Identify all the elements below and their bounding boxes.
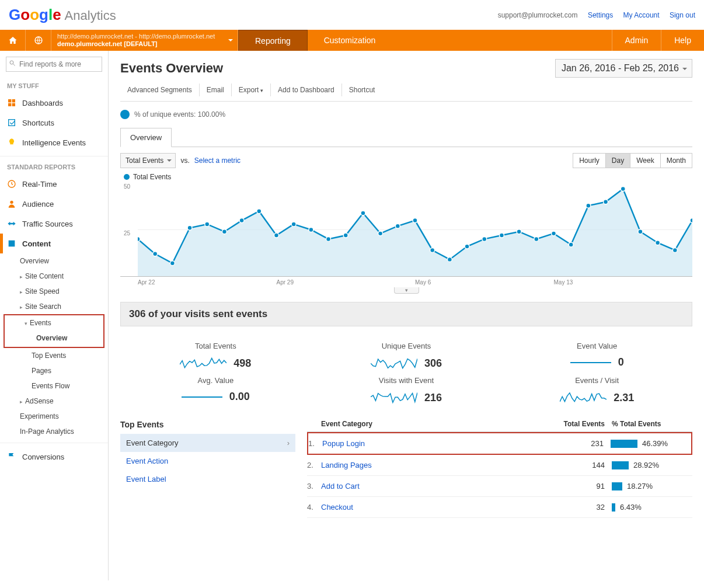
- sidebar-item-audience[interactable]: Audience: [0, 194, 108, 214]
- row-total: 91: [535, 482, 605, 490]
- sidebar-item-traffic[interactable]: Traffic Sources: [0, 214, 108, 234]
- svg-point-28: [413, 218, 417, 223]
- x-tick: May 6: [415, 279, 554, 286]
- sidebar-sub-events[interactable]: Events: [5, 315, 103, 330]
- sidebar-sub-events-overview[interactable]: Overview: [5, 330, 103, 346]
- svg-rect-3: [8, 99, 11, 102]
- my-account-link[interactable]: My Account: [623, 11, 660, 19]
- search-input[interactable]: [6, 57, 102, 72]
- tab-customization[interactable]: Customization: [308, 30, 392, 51]
- svg-point-26: [378, 231, 383, 236]
- svg-point-21: [291, 222, 296, 227]
- metric-value: 0: [618, 356, 624, 368]
- row-category-link[interactable]: Add to Cart: [321, 482, 535, 490]
- metric-cell: Total Events 498: [126, 342, 305, 370]
- sidebar-item-intelligence[interactable]: Intelligence Events: [0, 133, 108, 152]
- property-globe-icon[interactable]: [26, 30, 51, 51]
- sidebar-item-realtime[interactable]: Real-Time: [0, 174, 108, 194]
- person-icon: [7, 199, 16, 208]
- sidebar-sub-inpage[interactable]: In-Page Analytics: [0, 424, 108, 439]
- sidebar-sub-overview[interactable]: Overview: [0, 253, 108, 269]
- sidebar-item-conversions[interactable]: Conversions: [0, 447, 108, 467]
- svg-point-30: [447, 257, 452, 262]
- dim-event-label[interactable]: Event Label: [120, 470, 295, 488]
- svg-rect-4: [12, 99, 15, 102]
- x-tick: May 13: [554, 279, 693, 286]
- metric-label: Avg. Value: [126, 376, 305, 385]
- tab-reporting[interactable]: Reporting: [238, 30, 308, 51]
- home-icon[interactable]: [0, 30, 26, 51]
- row-category-link[interactable]: Popup Login: [322, 439, 534, 448]
- x-tick: Apr 22: [138, 279, 277, 286]
- sidebar-item-shortcuts[interactable]: Shortcuts: [0, 113, 108, 133]
- content-icon: [7, 239, 16, 248]
- sidebar-sub-experiments[interactable]: Experiments: [0, 409, 108, 424]
- metric-cell: Events / Visit 2.31: [507, 376, 686, 405]
- row-index: 2.: [307, 461, 321, 469]
- svg-rect-5: [8, 103, 11, 106]
- svg-point-18: [239, 218, 244, 223]
- svg-point-27: [395, 224, 400, 228]
- sidebar-sub-top-events[interactable]: Top Events: [0, 348, 108, 363]
- svg-point-15: [187, 225, 192, 230]
- section-mystuff: MY STUFF: [0, 79, 108, 93]
- toolbar-add-dashboard[interactable]: Add to Dashboard: [271, 83, 342, 96]
- row-index: 4.: [307, 503, 321, 512]
- tab-admin[interactable]: Admin: [612, 30, 661, 51]
- tab-help[interactable]: Help: [661, 30, 704, 51]
- property-selector[interactable]: http://demo.plumrocket.net - http://demo…: [51, 30, 238, 51]
- row-category-link[interactable]: Checkout: [321, 503, 535, 512]
- shortcut-icon: [7, 118, 16, 127]
- metric-value: 0.00: [229, 391, 250, 403]
- gran-month[interactable]: Month: [661, 154, 692, 168]
- sidebar-sub-site-content[interactable]: Site Content: [0, 269, 108, 284]
- events-highlight-box: Events Overview: [4, 314, 104, 348]
- row-category-link[interactable]: Landing Pages: [321, 461, 535, 469]
- sidebar-sub-site-search[interactable]: Site Search: [0, 299, 108, 314]
- metric-label: Events / Visit: [507, 376, 686, 385]
- metric-label: Unique Events: [317, 342, 496, 350]
- sidebar-sub-events-flow[interactable]: Events Flow: [0, 378, 108, 394]
- sidebar: MY STUFF Dashboards Shortcuts Intelligen…: [0, 51, 109, 580]
- date-range-picker[interactable]: Jan 26, 2016 - Feb 25, 2016: [555, 59, 692, 78]
- gran-day[interactable]: Day: [606, 154, 630, 168]
- toolbar-email[interactable]: Email: [200, 83, 232, 96]
- metric-cell: Unique Events 306: [317, 342, 496, 370]
- row-total: 231: [534, 439, 604, 448]
- toolbar-shortcut[interactable]: Shortcut: [342, 83, 382, 96]
- settings-link[interactable]: Settings: [588, 11, 613, 19]
- tab-overview[interactable]: Overview: [120, 128, 172, 147]
- sidebar-item-content[interactable]: Content: [0, 234, 108, 253]
- signout-link[interactable]: Sign out: [670, 11, 695, 19]
- toolbar-export[interactable]: Export: [232, 83, 271, 96]
- bulb-icon: [7, 138, 16, 147]
- th-total: Total Events: [535, 420, 605, 428]
- gran-week[interactable]: Week: [630, 154, 660, 168]
- search-icon: [9, 60, 16, 67]
- toolbar-advanced-segments[interactable]: Advanced Segments: [120, 83, 200, 96]
- select-metric-link[interactable]: Select a metric: [194, 156, 241, 165]
- gran-hourly[interactable]: Hourly: [573, 154, 606, 168]
- svg-point-41: [638, 229, 643, 234]
- pct-bar: [612, 503, 615, 512]
- dim-event-category[interactable]: Event Category: [120, 434, 295, 452]
- sidebar-sub-site-speed[interactable]: Site Speed: [0, 284, 108, 299]
- metric-dropdown[interactable]: Total Events: [120, 153, 176, 168]
- svg-point-1: [10, 61, 13, 64]
- sidebar-sub-pages[interactable]: Pages: [0, 363, 108, 378]
- svg-point-17: [222, 229, 226, 234]
- svg-point-32: [482, 236, 487, 241]
- sidebar-item-dashboards[interactable]: Dashboards: [0, 93, 108, 113]
- arrows-icon: [7, 219, 16, 228]
- svg-point-22: [309, 228, 313, 232]
- legend-dot-icon: [124, 174, 130, 180]
- metric-value: 2.31: [614, 392, 634, 404]
- sidebar-sub-adsense[interactable]: AdSense: [0, 394, 108, 409]
- metric-label: Visits with Event: [317, 376, 496, 385]
- chart-collapse-handle[interactable]: ▾: [394, 287, 419, 294]
- metric-cell: Avg. Value 0.00: [126, 376, 305, 405]
- th-category: Event Category: [321, 420, 535, 428]
- dim-event-action[interactable]: Event Action: [120, 452, 295, 470]
- account-email: support@plumrocket.com: [498, 11, 578, 19]
- svg-point-39: [604, 200, 608, 204]
